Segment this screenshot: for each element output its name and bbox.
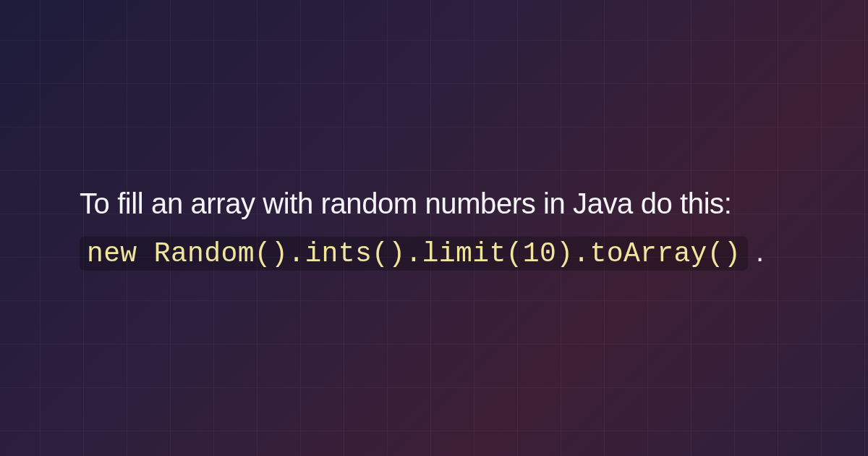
intro-text: To fill an array with random numbers in … (80, 187, 731, 219)
code-snippet: new Random().ints().limit(10).toArray() (80, 237, 748, 271)
main-text-block: To fill an array with random numbers in … (80, 180, 788, 277)
trailing-period: . (756, 235, 764, 267)
